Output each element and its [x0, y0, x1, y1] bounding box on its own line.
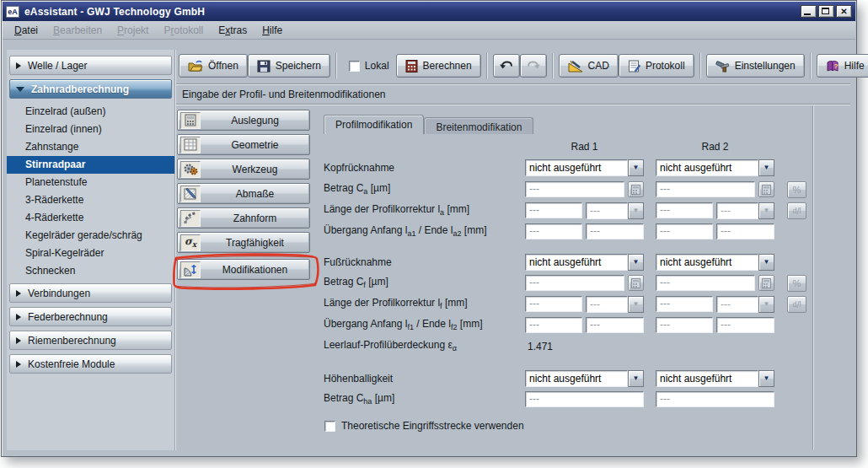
percent-button: % — [787, 181, 806, 198]
sidebar-group-zahnradberechnung[interactable]: Zahnradberechnung — [9, 79, 172, 99]
fussruecknahme-rad1-dropdown[interactable]: nicht ausgeführt▼ — [525, 254, 644, 271]
hoehenballigkeit-rad1-dropdown[interactable]: nicht ausgeführt▼ — [525, 370, 644, 387]
sidebar-group-riemenberechnung[interactable]: Riemenberechnung — [9, 331, 172, 350]
betrag-cf-rad1-field[interactable]: --- — [525, 275, 624, 291]
uebergang-a2-rad1-field[interactable]: --- — [586, 223, 644, 239]
sidebar-item-einzelrad-innen[interactable]: Einzelrad (innen) — [7, 121, 174, 138]
laenge-la-rad1-field[interactable]: --- — [525, 202, 582, 218]
minimize-button[interactable] — [801, 5, 817, 18]
nav-column: Auslegung Geometrie Werkzeug Abmaße Zahn… — [177, 110, 312, 283]
open-button[interactable]: Öffnen — [179, 54, 248, 78]
theoretische-eingriffsstrecke-checkbox[interactable] — [324, 421, 335, 432]
toolbar: Öffnen Speichern Lokal Berechnen CAD — [176, 49, 850, 83]
uebergang-a2-rad2-field[interactable]: --- — [716, 223, 774, 239]
collapsed-arrow-icon — [16, 337, 21, 344]
maximize-button[interactable] — [818, 5, 834, 18]
open-folder-icon — [188, 60, 203, 73]
sidebar-item-einzelrad-aussen[interactable]: Einzelrad (außen) — [7, 103, 174, 121]
minimize-icon — [804, 13, 811, 15]
nav-werkzeug-button[interactable]: Werkzeug — [177, 159, 310, 180]
cad-button[interactable]: CAD — [559, 54, 619, 78]
sidebar-item-kegelraeder[interactable]: Kegelräder gerade/schräg — [7, 227, 174, 245]
menu-datei[interactable]: Datei — [7, 23, 46, 38]
sidebar-group-kostenfreie-module[interactable]: Kostenfreie Module — [9, 354, 172, 374]
nav-geometrie-button[interactable]: Geometrie — [177, 134, 310, 155]
hoehenballigkeit-rad2-dropdown[interactable]: nicht ausgeführt▼ — [656, 370, 774, 387]
uebergang-a1-rad2-field[interactable]: --- — [656, 223, 713, 239]
fussruecknahme-rad2-dropdown[interactable]: nicht ausgeführt▼ — [656, 254, 774, 271]
mini-calculator-icon — [628, 275, 644, 291]
row-betrag-cf: Betrag Cf [µm] --- --- % — [324, 274, 806, 292]
sidebar-item-schnecken[interactable]: Schnecken — [7, 262, 174, 280]
betrag-cha-rad2-field[interactable]: --- — [656, 391, 774, 407]
nav-zahnform-button[interactable]: Zahnform — [177, 207, 310, 229]
abmasse-drawing-icon — [180, 186, 201, 202]
nav-modifikationen-button[interactable]: Modifikationen — [177, 259, 310, 280]
uebergang-f2-rad1-field[interactable]: --- — [586, 317, 644, 333]
laenge-lf-rad2-field[interactable]: --- — [656, 296, 713, 312]
laenge-lf-rad1-field[interactable]: --- — [525, 296, 582, 312]
close-button[interactable]: ✕ — [836, 5, 852, 18]
sidebar-item-stirnradpaar[interactable]: Stirnradpaar — [7, 156, 174, 174]
nav-tragfaehigkeit-button[interactable]: σx Tragfähigkeit — [177, 232, 310, 253]
betrag-ca-rad2-field[interactable]: --- — [656, 181, 755, 197]
tab-breitenmodifikation[interactable]: Breitenmodifikation — [424, 117, 533, 134]
dropdown-arrow-icon[interactable]: ▼ — [628, 159, 644, 176]
save-floppy-icon — [257, 60, 271, 73]
undo-button[interactable] — [493, 54, 520, 78]
dropdown-arrow-icon[interactable]: ▼ — [628, 370, 644, 387]
betrag-cf-rad2-field[interactable]: --- — [656, 275, 755, 291]
close-icon: ✕ — [840, 7, 847, 16]
laenge-la-rad1-combo: ---▼ — [586, 202, 644, 219]
row-hoehenballigkeit: Höhenballigkeit nicht ausgeführt▼ nicht … — [324, 369, 774, 387]
help-book-icon: ? — [826, 60, 839, 73]
epsilon-value: 1.471 — [525, 341, 553, 352]
betrag-ca-rad1-field[interactable]: --- — [525, 181, 624, 197]
lokal-checkbox[interactable] — [349, 61, 360, 72]
calculate-button[interactable]: Berechnen — [396, 54, 481, 78]
titlebar: eA eAssistant - GWJ Technology GmbH ✕ — [3, 2, 855, 21]
settings-button[interactable]: Einstellungen — [706, 54, 805, 78]
settings-icon — [715, 60, 730, 73]
betrag-cha-rad1-field[interactable]: --- — [525, 391, 644, 407]
nav-auslegung-button[interactable]: Auslegung — [177, 110, 310, 131]
sidebar: Welle / Lager Zahnradberechnung Einzelra… — [7, 50, 175, 450]
dropdown-arrow-icon[interactable]: ▼ — [628, 254, 644, 271]
menu-bearbeiten: Bearbeiten — [46, 23, 110, 38]
kopfruecknahme-rad1-dropdown[interactable]: nicht ausgeführt▼ — [525, 159, 644, 176]
uebergang-f2-rad2-field[interactable]: --- — [716, 317, 774, 333]
sidebar-item-zahnstange[interactable]: Zahnstange — [7, 138, 174, 156]
laenge-la-rad2-field[interactable]: --- — [656, 202, 713, 218]
laenge-lf-rad1-combo: ---▼ — [586, 296, 644, 313]
infobar-text: Eingabe der Profil- und Breitenmodifikat… — [182, 89, 385, 100]
sidebar-item-4-raederkette[interactable]: 4-Räderkette — [7, 209, 174, 227]
sidebar-group-verbindungen[interactable]: Verbindungen — [9, 283, 172, 303]
sidebar-group-welle-lager[interactable]: Welle / Lager — [9, 56, 172, 75]
sidebar-group-federberechnung[interactable]: Federberechnung — [9, 307, 172, 326]
sidebar-item-planetenstufe[interactable]: Planetenstufe — [7, 174, 174, 191]
nav-abmasse-button[interactable]: Abmaße — [177, 183, 310, 204]
sidebar-item-3-raederkette[interactable]: 3-Räderkette — [7, 191, 174, 209]
uebergang-f1-rad1-field[interactable]: --- — [525, 317, 582, 333]
column-headers: Rad 1 Rad 2 — [324, 141, 774, 153]
dropdown-arrow-icon[interactable]: ▼ — [758, 370, 774, 387]
menu-hilfe[interactable]: Hilfe — [255, 23, 290, 38]
sidebar-item-spiral-kegelraeder[interactable]: Spiral-Kegelräder — [7, 245, 174, 262]
dropdown-arrow-icon[interactable]: ▼ — [758, 159, 774, 176]
kopfruecknahme-rad2-dropdown[interactable]: nicht ausgeführt▼ — [656, 159, 774, 176]
redo-button — [520, 54, 547, 78]
save-button[interactable]: Speichern — [248, 54, 330, 78]
protocol-button[interactable]: Protokoll — [619, 54, 694, 78]
geometrie-grid-icon — [180, 137, 201, 153]
dropdown-arrow-icon[interactable]: ▼ — [758, 254, 774, 271]
menu-extras[interactable]: Extras — [211, 23, 255, 38]
redo-icon — [526, 60, 541, 72]
uebergang-a1-rad1-field[interactable]: --- — [525, 223, 582, 239]
row-kopfruecknahme: Kopfrücknahme nicht ausgeführt▼ nicht au… — [324, 159, 774, 176]
help-button[interactable]: ? Hilfe — [817, 54, 868, 78]
tab-profilmodifikation[interactable]: Profilmodifikation — [324, 115, 424, 134]
expanded-arrow-icon — [16, 87, 24, 92]
uebergang-f1-rad2-field[interactable]: --- — [656, 317, 713, 333]
collapsed-arrow-icon — [16, 62, 21, 69]
lokal-checkbox-group[interactable]: Lokal — [342, 60, 396, 72]
